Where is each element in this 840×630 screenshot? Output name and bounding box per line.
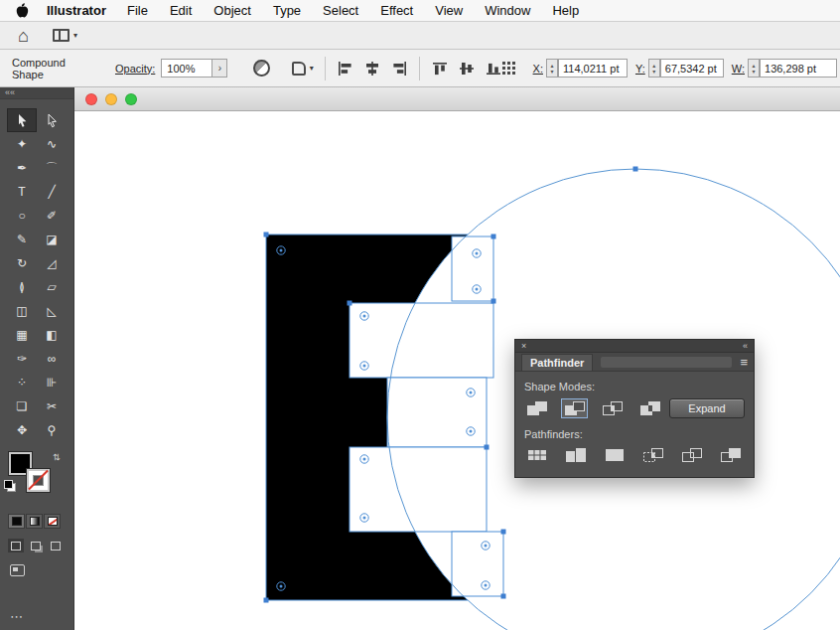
mesh-tool[interactable]: ▦ (7, 323, 37, 347)
pen-tool[interactable]: ✒ (7, 156, 37, 180)
gradient-button[interactable] (26, 514, 43, 529)
eyedropper-tool[interactable]: ✑ (7, 347, 37, 371)
expand-button[interactable]: Expand (669, 398, 745, 418)
y-label[interactable]: Y: (635, 63, 645, 75)
panel-menu-icon[interactable]: ≡ (740, 356, 748, 369)
minus-front-button[interactable] (562, 399, 587, 417)
swap-fill-stroke-icon[interactable]: ⇄ (52, 453, 62, 461)
draw-inside-button[interactable] (48, 539, 64, 552)
draw-behind-button[interactable] (28, 539, 44, 552)
selection-type-label: Compound Shape (12, 57, 95, 80)
close-icon[interactable]: × (521, 341, 526, 351)
opacity-combo[interactable]: 100% › (161, 59, 227, 78)
align-bottom-button[interactable] (485, 61, 502, 77)
stepper-down-icon[interactable]: ▾ (550, 69, 553, 75)
menu-file[interactable]: File (116, 3, 159, 18)
document-titlebar[interactable] (74, 87, 840, 111)
divide-button[interactable] (524, 446, 549, 464)
curvature-tool[interactable]: ⌒ (37, 156, 67, 180)
menu-edit[interactable]: Edit (159, 3, 203, 18)
align-top-button[interactable] (431, 61, 449, 77)
menu-window[interactable]: Window (474, 3, 541, 18)
gradient-tool[interactable]: ◧ (37, 323, 67, 347)
paintbrush-tool[interactable]: ✐ (37, 204, 67, 228)
align-vertical-center-button[interactable] (458, 61, 476, 77)
default-fill-stroke-icon[interactable] (4, 480, 16, 492)
x-stepper[interactable]: ▴ ▾ (546, 59, 558, 78)
exclude-button[interactable] (637, 399, 662, 417)
menu-effect[interactable]: Effect (369, 3, 424, 18)
type-tool[interactable]: T (7, 180, 37, 204)
tools-panel-header[interactable]: «« (0, 87, 73, 99)
y-stepper[interactable]: ▴ ▾ (648, 59, 660, 78)
color-button[interactable] (8, 514, 25, 529)
menu-view[interactable]: View (424, 3, 474, 18)
align-right-button[interactable] (390, 61, 408, 77)
w-input[interactable]: 136,298 pt (760, 59, 837, 78)
zoom-button[interactable] (125, 93, 137, 105)
opacity-dropdown-icon[interactable]: › (212, 59, 227, 78)
draw-normal-button[interactable] (8, 539, 24, 552)
blend-tool[interactable]: ∞ (37, 347, 67, 371)
free-transform-tool[interactable]: ▱ (37, 275, 67, 299)
arrange-documents-dropdown[interactable]: ▾ (53, 29, 77, 42)
menu-object[interactable]: Object (203, 3, 262, 18)
menu-help[interactable]: Help (541, 3, 590, 18)
zoom-tool[interactable]: ⚲ (37, 418, 67, 442)
symbol-sprayer-tool[interactable]: ⁘ (7, 371, 37, 394)
eraser-tool[interactable]: ◪ (37, 228, 67, 251)
rotate-tool[interactable]: ↻ (7, 251, 37, 275)
w-stepper[interactable]: ▴ ▾ (748, 59, 760, 78)
pencil-tool[interactable]: ✎ (7, 228, 37, 251)
selection-tool[interactable] (7, 108, 37, 132)
menu-app-name[interactable]: Illustrator (37, 3, 116, 18)
reference-point-grid[interactable] (502, 62, 515, 75)
edit-toolbar-ellipsis[interactable]: ⋯ (10, 609, 73, 624)
line-segment-tool[interactable]: ╱ (37, 180, 67, 204)
scale-tool[interactable]: ◿ (37, 251, 67, 275)
minus-back-button[interactable] (718, 446, 743, 464)
minimize-button[interactable] (105, 93, 117, 105)
outline-button[interactable] (679, 446, 704, 464)
x-input[interactable]: 114,0211 pt (558, 59, 628, 78)
perspective-grid-tool[interactable]: ◺ (37, 299, 67, 323)
trim-button[interactable] (563, 446, 588, 464)
menu-type[interactable]: Type (262, 3, 312, 18)
align-horizontal-center-button[interactable] (363, 61, 381, 77)
collapse-panel-icon[interactable]: «« (5, 87, 15, 97)
apple-logo-icon[interactable] (16, 3, 29, 18)
intersect-button[interactable] (600, 399, 625, 417)
opacity-value[interactable]: 100% (161, 59, 212, 78)
home-icon[interactable]: ⌂ (18, 27, 29, 45)
recolor-artwork-icon[interactable] (253, 60, 269, 77)
magic-wand-tool[interactable]: ✦ (7, 132, 37, 156)
unite-button[interactable] (524, 399, 549, 417)
align-left-button[interactable] (337, 61, 354, 77)
artboard-tool[interactable]: ❏ (7, 394, 37, 418)
none-button[interactable] (44, 514, 61, 529)
merge-button[interactable] (602, 446, 627, 464)
width-tool[interactable]: ≬ (7, 275, 37, 299)
crop-button[interactable] (640, 446, 665, 464)
stroke-color-swatch[interactable] (27, 469, 50, 492)
stepper-down-icon[interactable]: ▾ (753, 69, 756, 75)
screen-mode-button[interactable] (10, 564, 25, 576)
panel-header[interactable]: × « (515, 340, 754, 353)
stepper-down-icon[interactable]: ▾ (652, 69, 655, 75)
tab-pathfinder[interactable]: Pathfinder (521, 354, 593, 371)
y-input[interactable]: 67,5342 pt (660, 59, 724, 78)
x-label[interactable]: X: (533, 63, 543, 75)
collapse-icon[interactable]: « (743, 341, 748, 351)
hand-tool[interactable]: ✥ (7, 418, 37, 442)
presets-dropdown[interactable]: ▾ (292, 62, 314, 76)
slice-tool[interactable]: ✂ (37, 394, 67, 418)
opacity-label[interactable]: Opacity: (115, 63, 155, 75)
column-graph-tool[interactable]: ⊪ (37, 371, 67, 394)
close-button[interactable] (85, 93, 97, 105)
menu-select[interactable]: Select (312, 3, 369, 18)
shape-builder-tool[interactable]: ◫ (7, 299, 37, 323)
direct-selection-tool[interactable] (37, 108, 67, 132)
ellipse-tool[interactable]: ○ (7, 204, 37, 228)
lasso-tool[interactable]: ∿ (37, 132, 67, 156)
w-label[interactable]: W: (732, 63, 745, 75)
